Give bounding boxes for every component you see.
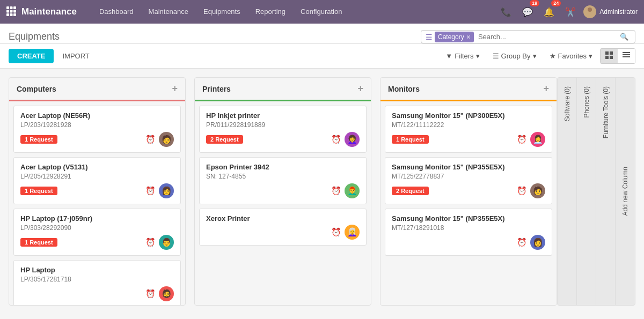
card-title: HP Laptop — [20, 266, 174, 274]
card-title: Acer Laptop (NE56R) — [20, 112, 174, 120]
card-title: Samsung Monitor 15" (NP355E5X) — [392, 163, 545, 171]
card-title: Samsung Monitor 15" (NP355E5X) — [392, 214, 545, 222]
list-view-button[interactable] — [618, 49, 635, 63]
table-row[interactable]: Samsung Monitor 15" (NP355E5X) MT/125/22… — [385, 157, 552, 204]
card-title: HP Laptop (17-j059nr) — [20, 214, 174, 222]
create-button[interactable]: CREATE — [9, 49, 54, 63]
table-row[interactable]: Samsung Monitor 15" (NP355E5X) MT/127/18… — [385, 209, 552, 256]
search-bar[interactable]: ☰ Category × 🔍 — [421, 30, 635, 43]
request-badge: 1 Request — [20, 135, 57, 144]
card-actions: ⏰ 👨 — [145, 235, 174, 250]
card-actions: ⏰ 🧑 — [145, 132, 174, 147]
card-footer: ⏰ 👨‍🦰 — [206, 183, 360, 198]
category-tag-label: Category — [438, 33, 464, 41]
card-footer: 1 Request ⏰ 👩‍💼 — [392, 132, 545, 147]
clock-icon: ⏰ — [517, 238, 527, 247]
phone-icon[interactable]: 📞 — [497, 3, 515, 20]
clock-icon: ⏰ — [145, 186, 156, 196]
card-title: Xerox Printer — [206, 214, 360, 222]
nav-maintenance[interactable]: Maintenance — [141, 0, 196, 24]
card-footer: ⏰ 🧔 — [20, 286, 174, 301]
svg-rect-14 — [610, 56, 613, 59]
nav-right: 📞 💬 19 🔔 24 ✂️ Administrator — [497, 3, 638, 20]
svg-rect-8 — [13, 13, 16, 16]
svg-rect-5 — [13, 10, 16, 12]
column-header-monitors: Monitors+ — [380, 78, 557, 101]
card-footer: 1 Request ⏰ 🧑 — [20, 132, 174, 147]
kanban-view-button[interactable] — [601, 49, 618, 63]
collapsed-column-2[interactable]: Furniture Tools (0) — [596, 78, 616, 305]
request-badge: 1 Request — [392, 135, 429, 144]
svg-point-10 — [586, 13, 594, 18]
svg-rect-12 — [610, 51, 613, 55]
import-button[interactable]: IMPORT — [56, 49, 96, 63]
nav-reporting[interactable]: Reporting — [248, 0, 293, 24]
filters-button[interactable]: ▼ Filters ▾ — [440, 50, 485, 62]
groupby-button[interactable]: ☰ Group By ▾ — [487, 50, 542, 62]
category-tag-remove[interactable]: × — [466, 33, 471, 41]
column-cards: Samsung Monitor 15" (NP300E5X) MT/122/11… — [380, 101, 557, 260]
card-footer: ⏰ 👩‍🦳 — [206, 225, 360, 240]
avatar: 👩 — [530, 235, 545, 250]
collapsed-columns: Software (0)Phones (0)Furniture Tools (0… — [557, 77, 635, 306]
avatar: 🧔 — [159, 286, 174, 301]
svg-rect-1 — [10, 6, 13, 9]
category-tag[interactable]: Category × — [435, 32, 474, 42]
nav-dashboard[interactable]: Dashboard — [92, 0, 141, 24]
request-badge: 2 Request — [392, 187, 429, 195]
notifications-badge[interactable]: 🔔 24 — [540, 3, 558, 20]
clock-icon: ⏰ — [331, 135, 341, 144]
app-brand: Maintenance — [21, 6, 77, 17]
table-row[interactable]: Epson Printer 3942 SN: 127-4855 ⏰ 👨‍🦰 — [199, 157, 367, 204]
main-content: Computers+ Acer Laptop (NE56R) LP/203/19… — [0, 69, 644, 314]
collapsed-column-0[interactable]: Software (0) — [558, 78, 577, 305]
nav-equipments[interactable]: Equipments — [196, 0, 248, 24]
column-add-button[interactable]: + — [172, 83, 178, 94]
request-badge: 1 Request — [20, 238, 57, 247]
card-serial: MT/127/18291018 — [392, 224, 545, 232]
avatar: 🧑 — [159, 132, 174, 147]
table-row[interactable]: HP Inkjet printer PR/011/2928191889 2 Re… — [199, 106, 367, 153]
column-header-printers: Printers+ — [195, 78, 371, 101]
card-title: Epson Printer 3942 — [206, 163, 360, 171]
nav-configuration[interactable]: Configuration — [293, 0, 349, 24]
column-add-button[interactable]: + — [357, 83, 363, 94]
search-input[interactable] — [476, 31, 618, 43]
add-column-button[interactable]: Add new Column — [616, 78, 635, 305]
svg-rect-16 — [623, 54, 630, 55]
table-row[interactable]: Samsung Monitor 15" (NP300E5X) MT/122/11… — [385, 106, 552, 153]
kanban-column-printers: Printers+ HP Inkjet printer PR/011/29281… — [194, 77, 371, 306]
card-footer: 2 Request ⏰ 👩‍🦱 — [206, 132, 360, 147]
card-actions: ⏰ 👩‍💼 — [517, 132, 545, 147]
user-menu[interactable]: Administrator — [583, 5, 638, 18]
collapsed-column-1[interactable]: Phones (0) — [577, 78, 596, 305]
search-button[interactable]: 🔍 — [618, 31, 631, 43]
collapsed-col-label: Software (0) — [564, 82, 571, 125]
table-row[interactable]: HP Laptop (17-j059nr) LP/303/28292090 1 … — [13, 209, 181, 256]
table-row[interactable]: Acer Laptop (V5131) LP/205/12928291 1 Re… — [13, 157, 181, 204]
avatar: 👩‍💼 — [530, 132, 545, 147]
kanban-board: Computers+ Acer Laptop (NE56R) LP/203/19… — [9, 77, 557, 306]
card-serial: LP/305/17281718 — [20, 276, 174, 283]
card-serial: MT/122/11112222 — [392, 121, 545, 129]
grid-icon[interactable] — [6, 6, 16, 18]
column-title: Computers — [17, 85, 56, 93]
table-row[interactable]: HP Laptop LP/305/17281718 ⏰ 🧔 — [13, 260, 181, 305]
kanban-column-computers: Computers+ Acer Laptop (NE56R) LP/203/19… — [9, 77, 186, 306]
clock-icon: ⏰ — [145, 238, 156, 247]
star-icon: ★ — [550, 52, 556, 60]
card-actions: ⏰ 🧔 — [145, 286, 174, 301]
messages-badge[interactable]: 💬 19 — [519, 3, 536, 20]
user-avatar — [583, 5, 596, 18]
clock-icon: ⏰ — [517, 186, 527, 196]
table-row[interactable]: Xerox Printer ⏰ 👩‍🦳 — [199, 209, 367, 246]
favorites-button[interactable]: ★ Favorites ▾ — [544, 50, 598, 62]
tools-icon[interactable]: ✂️ — [562, 3, 579, 20]
card-footer: 1 Request ⏰ 👨 — [20, 235, 174, 250]
table-row[interactable]: Acer Laptop (NE56R) LP/203/19281928 1 Re… — [13, 106, 181, 153]
card-actions: ⏰ 👩‍🦳 — [331, 225, 360, 240]
column-add-button[interactable]: + — [543, 83, 549, 94]
clock-icon: ⏰ — [331, 186, 341, 196]
sub-header: Equipments ☰ Category × 🔍 — [0, 24, 644, 44]
column-title: Printers — [202, 85, 231, 93]
